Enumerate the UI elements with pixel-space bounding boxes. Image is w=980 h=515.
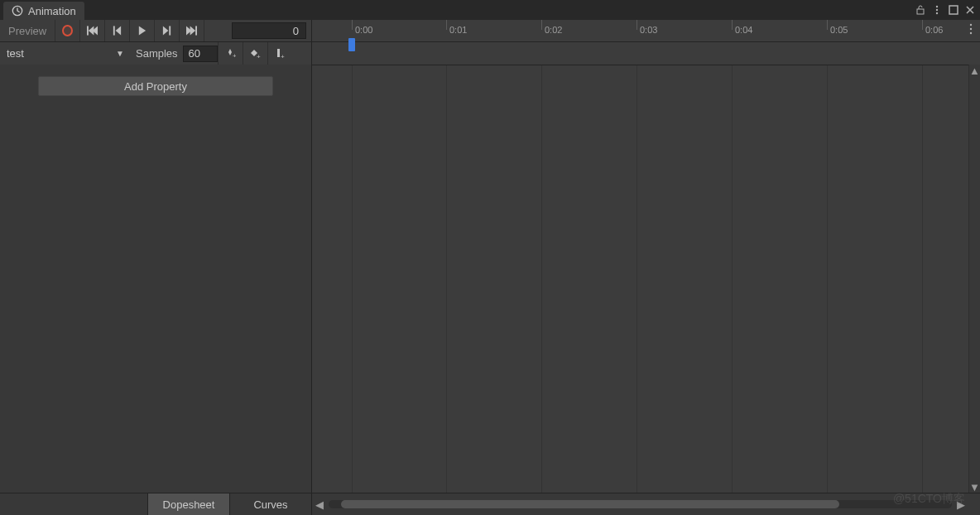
svg-rect-1 [917,9,924,14]
ruler-tick-label: 0:02 [545,25,562,35]
ruler-tick [732,20,733,30]
svg-rect-13 [170,26,171,35]
tab-bar: Animation [0,0,980,20]
svg-marker-12 [163,26,169,35]
svg-point-4 [936,12,938,14]
play-button[interactable] [130,20,155,41]
ruler-tick-label: 0:04 [735,25,752,35]
svg-rect-16 [195,26,197,35]
svg-text:+: + [257,53,261,60]
timeline-gridline [541,65,542,493]
last-frame-button[interactable] [180,20,204,41]
ruler-tick [446,20,447,30]
timeline-gridline [446,65,447,493]
next-keyframe-button[interactable] [155,20,180,41]
add-property-button[interactable]: Add Property [38,76,273,96]
svg-text:+: + [281,53,285,60]
svg-rect-6 [87,26,89,35]
ruler-tick [922,20,923,30]
chevron-down-icon: ▼ [116,49,124,58]
curves-tab[interactable]: Curves [229,493,311,515]
ruler-tick [637,20,637,30]
maximize-icon[interactable] [947,3,960,17]
add-event-button[interactable]: + [267,42,292,65]
svg-rect-5 [949,6,958,14]
timeline-options-icon[interactable] [963,23,978,35]
ruler-tick [352,20,353,30]
record-icon [62,25,73,36]
first-frame-button[interactable] [80,20,105,41]
timeline-ruler[interactable]: 0:000:010:020:030:040:050:06 [312,20,980,42]
frame-input[interactable] [232,22,306,39]
ruler-tick [827,20,828,30]
scroll-down-icon[interactable]: ▼ [969,481,980,493]
timeline-gridline [732,65,733,493]
playhead-handle[interactable] [348,38,355,51]
timeline-gridline [922,65,923,493]
kebab-icon[interactable] [930,3,944,17]
scroll-up-icon[interactable]: ▲ [969,65,980,76]
ruler-tick-label: 0:00 [355,25,372,35]
ruler-tick-label: 0:06 [925,25,943,35]
samples-label: Samples [131,47,183,60]
svg-point-2 [936,6,938,7]
timeline-gridline [827,65,828,493]
clip-name: test [7,47,24,60]
timeline-gridline [352,65,353,493]
timeline-gridline [637,65,637,493]
timeline-eventbar[interactable] [312,42,980,65]
svg-point-19 [970,32,972,34]
svg-marker-11 [139,26,146,35]
add-keyframe-button[interactable]: + [243,42,267,65]
close-icon[interactable] [963,3,977,17]
scroll-right-icon[interactable]: ▶ [954,498,968,511]
svg-point-3 [936,9,938,11]
clock-icon [12,5,23,17]
samples-input[interactable] [183,46,218,62]
svg-point-18 [970,28,972,30]
svg-point-17 [970,24,972,26]
dopesheet-tab[interactable]: Dopesheet [147,493,229,515]
lock-icon[interactable] [914,3,927,17]
svg-marker-20 [228,49,232,55]
svg-text:+: + [233,52,236,60]
properties-list: Add Property [0,65,311,493]
tab-title: Animation [28,5,76,17]
ruler-tick-label: 0:03 [640,25,657,35]
ruler-tick-label: 0:01 [449,25,467,35]
ruler-tick-label: 0:05 [830,25,848,35]
vertical-scrollbar[interactable]: ▲ ▼ [968,65,980,493]
tab-animation[interactable]: Animation [3,2,84,20]
svg-rect-9 [113,26,115,35]
ruler-tick [541,20,542,30]
scroll-left-icon[interactable]: ◀ [312,498,327,511]
timeline-track-area[interactable] [312,65,980,493]
svg-rect-24 [277,49,280,57]
svg-marker-15 [190,26,196,35]
record-button[interactable] [55,20,80,41]
svg-marker-10 [116,26,122,35]
filter-by-selection-button[interactable]: + [218,42,243,65]
horizontal-scrollbar[interactable] [329,500,952,508]
prev-keyframe-button[interactable] [105,20,130,41]
preview-button[interactable]: Preview [0,20,55,41]
clip-dropdown[interactable]: test ▼ [0,42,131,65]
horizontal-scroll-thumb[interactable] [341,500,839,508]
